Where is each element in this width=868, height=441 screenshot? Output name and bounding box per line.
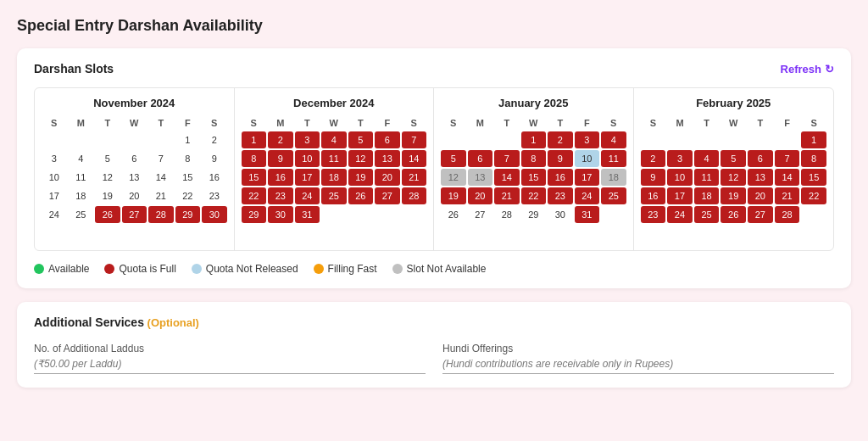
quota-not-released-dot [192,264,202,274]
day-13: 13 [122,169,147,186]
fields-row: No. of Additional Laddus (₹50.00 per Lad… [34,343,834,374]
day-28: 28 [494,206,520,223]
day-14: 14 [402,150,427,167]
legend-slot-not-available: Slot Not Available [392,263,487,275]
dow-s2: S [202,116,227,130]
day-3: 3 [667,150,693,167]
dow-t2: T [148,116,174,130]
day-21: 21 [775,187,800,204]
day-empty [69,225,94,242]
day-23: 23 [548,187,573,204]
day-8: 8 [801,150,826,167]
day-14: 14 [494,169,520,186]
laddus-value: (₹50.00 per Laddu) [34,358,426,370]
day-20: 20 [375,169,400,186]
additional-services-optional: (Optional) [147,316,199,329]
day-4: 4 [601,131,626,148]
day-empty [775,131,800,148]
day-empty [402,206,427,223]
day-empty [42,225,67,242]
calendar-january: January 2025 S M T W T F S 1 2 3 4 5 6 7 [434,88,634,250]
day-20: 20 [468,187,493,204]
day-31: 31 [575,206,600,223]
day-18: 18 [601,169,626,186]
day-1: 1 [242,131,267,148]
dow-w: W [122,116,147,130]
day-22: 22 [521,187,547,204]
day-20: 20 [748,187,773,204]
day-3: 3 [42,150,67,167]
day-7: 7 [402,131,427,148]
day-24: 24 [295,187,320,204]
day-13: 13 [748,169,773,186]
day-10: 10 [667,169,693,186]
day-18: 18 [321,169,347,186]
day-26: 26 [721,206,746,223]
day-empty [375,206,400,223]
legend-quota-full-label: Quota is Full [119,263,175,275]
day-11: 11 [601,150,626,167]
legend-available: Available [34,263,89,275]
legend: Available Quota is Full Quota Not Releas… [34,263,834,275]
calendar-november: November 2024 S M T W T F S 1 2 3 4 5 [35,88,235,250]
day-30: 30 [268,206,293,223]
day-empty [694,131,720,148]
day-19: 19 [95,187,120,204]
day-27: 27 [375,187,400,204]
day-6: 6 [468,150,493,167]
refresh-button[interactable]: Refresh ↻ [781,63,834,75]
available-dot [34,264,44,274]
refresh-icon: ↻ [825,63,834,75]
day-7: 7 [775,150,800,167]
day-13: 13 [468,169,493,186]
day-empty [348,206,374,223]
day-29: 29 [175,206,201,223]
day-21: 21 [402,169,427,186]
day-empty [122,131,147,148]
day-7: 7 [494,150,520,167]
day-10: 10 [295,150,320,167]
day-24: 24 [42,206,67,223]
day-empty [441,131,466,148]
day-3: 3 [295,131,320,148]
day-6: 6 [375,131,400,148]
day-20: 20 [122,187,147,204]
hundi-value: (Hundi contributions are receivable only… [442,358,834,370]
day-17: 17 [42,187,67,204]
day-1: 1 [801,131,826,148]
additional-services-card: Additional Services (Optional) No. of Ad… [17,302,851,388]
day-empty [69,131,94,148]
day-empty [748,131,773,148]
day-26: 26 [348,187,374,204]
day-14: 14 [775,169,800,186]
day-empty [641,131,666,148]
laddus-label: No. of Additional Laddus [34,343,426,354]
day-31: 31 [295,206,320,223]
day-6: 6 [122,150,147,167]
day-10: 10 [42,169,67,186]
day-9: 9 [202,150,227,167]
legend-quota-not-released-label: Quota Not Released [206,263,298,275]
cal-grid-dec: S M T W T F S 1 2 3 4 5 6 7 8 9 10 11 12 [242,116,427,223]
day-28: 28 [148,206,174,223]
day-4: 4 [69,150,94,167]
day-2: 2 [548,131,573,148]
day-24: 24 [667,206,693,223]
darshan-slots-title: Darshan Slots [34,62,114,75]
day-8: 8 [242,150,267,167]
day-empty [601,206,626,223]
day-13: 13 [375,150,400,167]
day-6: 6 [748,150,773,167]
day-7: 7 [148,150,174,167]
cal-grid-feb: S M T W T F S 1 2 3 4 5 6 7 [641,116,827,223]
dow-f: F [175,116,201,130]
day-empty [494,131,520,148]
day-12: 12 [721,169,746,186]
darshan-slots-card: Darshan Slots Refresh ↻ November 2024 S … [17,48,851,288]
month-title-dec: December 2024 [242,97,427,109]
day-9: 9 [268,150,293,167]
month-title-feb: February 2025 [641,97,827,109]
legend-slot-not-available-label: Slot Not Available [407,263,487,275]
additional-services-header: Additional Services (Optional) [34,315,834,329]
legend-quota-not-released: Quota Not Released [192,263,298,275]
